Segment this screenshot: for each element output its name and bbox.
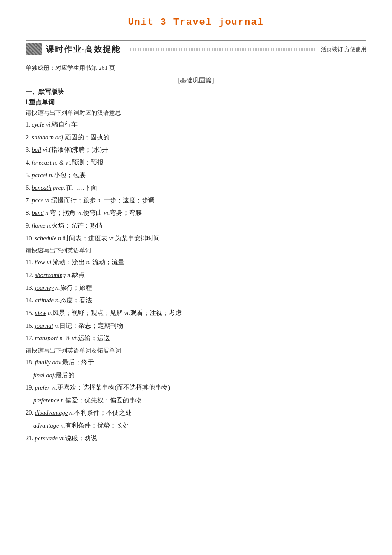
- word-forecast: forecast: [32, 159, 52, 166]
- vocab-item-expand: final adj.最后的: [26, 370, 366, 381]
- sub-info: 单独成册：对应学生用书第 261 页: [26, 64, 366, 72]
- decorative-block: [26, 43, 42, 55]
- word-pace: pace: [32, 197, 43, 204]
- vocab-item: 10. schedule n.时间表；进度表 vt.为某事安排时间: [26, 233, 366, 244]
- vocab-item: 13. journey n.旅行；旅程: [26, 283, 366, 293]
- vocab-item: 11. flow vi.流动；流出 n. 流动；流量: [26, 257, 366, 268]
- instruction3: 请快速写出下列英语单词及拓展单词: [26, 347, 366, 355]
- vocab-item: 9. flame n.火焰；光芒；热情: [26, 220, 366, 231]
- word-transport: transport: [35, 335, 58, 341]
- vocab-item: 14. attitude n.态度；看法: [26, 295, 366, 306]
- vocab-en-list: 11. flow vi.流动；流出 n. 流动；流量 12. shortcomi…: [26, 257, 366, 343]
- word-advantage: advantage: [33, 422, 59, 429]
- header-right-text: 活页装订 方便使用: [321, 46, 366, 53]
- vocab-item: 6. beneath prep.在……下面: [26, 182, 366, 193]
- instruction2: 请快速写出下列英语单词: [26, 247, 366, 254]
- header-bar: 课时作业·高效提能 活页装订 方便使用: [26, 40, 366, 58]
- word-boil: boil: [32, 146, 42, 153]
- vocab-expand-list: 18. finally adv.最后；终于 final adj.最后的 19. …: [26, 357, 366, 443]
- word-flow: flow: [35, 259, 45, 266]
- section1-heading: 一、默写版块: [26, 88, 366, 96]
- vocab-item: 3. boil vi.(指液体)沸腾；(水)开: [26, 145, 366, 155]
- word-beneath: beneath: [32, 184, 52, 191]
- vocab-item: 4. forecast n. & vt.预测；预报: [26, 157, 366, 168]
- word-stubborn: stubborn: [32, 134, 54, 141]
- word-final: final: [33, 372, 45, 379]
- word-cycle: cycle: [32, 121, 45, 128]
- word-schedule: schedule: [35, 235, 57, 242]
- vocab-item: 8. bend n.弯；拐角 vt.使弯曲 vi.弯身；弯腰: [26, 208, 366, 218]
- vocab-cn-list: 1. cycle vi.骑自行车 2. stubborn adj.顽固的；固执的…: [26, 119, 366, 243]
- vocab-item: 17. transport n. & vt.运输；运送: [26, 333, 366, 344]
- vocab-item: 1. cycle vi.骑自行车: [26, 119, 366, 130]
- vocab-item: 21. persuade vt.说服；劝说: [26, 433, 366, 444]
- word-journey: journey: [35, 284, 54, 291]
- vocab-item-expand: preference n.偏爱；优先权；偏爱的事物: [26, 395, 366, 406]
- word-parcel: parcel: [32, 172, 48, 179]
- word-shortcoming: shortcoming: [35, 272, 66, 278]
- vocab-item: 16. journal n.日记；杂志；定期刊物: [26, 321, 366, 331]
- instruction1: 请快速写出下列单词对应的汉语意思: [26, 109, 366, 117]
- word-journal: journal: [35, 322, 53, 329]
- word-disadvantage: disadvantage: [35, 409, 68, 416]
- dots-decoration: [130, 48, 315, 51]
- word-view: view: [35, 309, 46, 316]
- vocab-item: 18. finally adv.最后；终于: [26, 357, 366, 368]
- vocab-item: 12. shortcoming n.缺点: [26, 270, 366, 280]
- vocab-item: 15. view n.风景；视野；观点；见解 vt.观看；注视；考虑: [26, 308, 366, 318]
- vocab-item-expand: advantage n.有利条件；优势；长处: [26, 420, 366, 431]
- vocab-item: 20. disadvantage n.不利条件；不便之处: [26, 408, 366, 418]
- word-prefer: prefer: [35, 384, 50, 391]
- vocab-item: 5. parcel n.小包；包裹: [26, 170, 366, 181]
- section-center: [基础巩固篇]: [26, 76, 366, 84]
- page-title: Unit 3 Travel journal: [26, 17, 366, 28]
- word-persuade: persuade: [35, 435, 58, 442]
- header-title: 课时作业·高效提能: [46, 44, 121, 55]
- word-attitude: attitude: [35, 297, 54, 304]
- sub-heading-key-words: Ⅰ.重点单词: [26, 98, 366, 107]
- word-preference: preference: [33, 397, 59, 404]
- word-flame: flame: [32, 222, 46, 229]
- vocab-item: 19. prefer vt.更喜欢；选择某事物(而不选择其他事物): [26, 382, 366, 393]
- vocab-item: 2. stubborn adj.顽固的；固执的: [26, 132, 366, 143]
- word-bend: bend: [32, 209, 44, 216]
- vocab-item: 7. pace vi.缓慢而行；踱步 n. 一步；速度；步调: [26, 195, 366, 206]
- word-finally: finally: [35, 359, 51, 366]
